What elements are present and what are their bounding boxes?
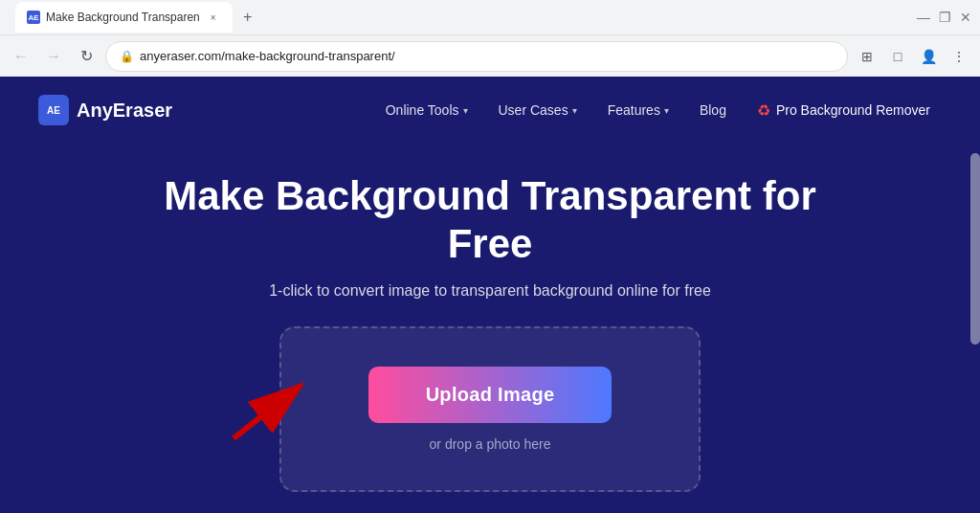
- minimize-button[interactable]: —: [917, 11, 930, 24]
- site-logo[interactable]: AE AnyEraser: [38, 95, 172, 125]
- site-nav-items: Online Tools ▾ User Cases ▾ Features ▾ B…: [374, 94, 942, 127]
- chevron-down-icon: ▾: [664, 105, 669, 116]
- hero-title: Make Background Transparent for Free: [155, 172, 825, 269]
- drop-photo-text: or drop a photo here: [430, 436, 551, 452]
- nav-user-cases[interactable]: User Cases ▾: [487, 95, 589, 125]
- close-window-button[interactable]: ✕: [959, 11, 972, 24]
- site-navigation: AE AnyEraser Online Tools ▾ User Cases ▾…: [0, 77, 980, 144]
- logo-icon: AE: [38, 95, 69, 125]
- tab-close-button[interactable]: ×: [206, 10, 221, 25]
- window-controls: — ❐ ✕: [917, 11, 972, 24]
- chevron-down-icon: ▾: [572, 105, 577, 116]
- hero-section: Make Background Transparent for Free 1-c…: [0, 144, 980, 511]
- hero-subtitle: 1-click to convert image to transparent …: [269, 282, 711, 300]
- svg-line-1: [234, 386, 301, 438]
- forward-button[interactable]: →: [40, 43, 67, 70]
- tab-favicon: AE: [27, 11, 40, 24]
- title-bar: AE Make Background Transparen × + — ❐ ✕: [0, 0, 980, 34]
- logo-text: AnyEraser: [77, 100, 172, 122]
- nav-features-label: Features: [608, 102, 660, 118]
- pro-icon: ♻: [757, 101, 770, 120]
- upload-box[interactable]: Upload Image or drop a photo here: [279, 326, 701, 492]
- address-bar[interactable]: 🔒 anyeraser.com/make-background-transpar…: [105, 41, 848, 72]
- refresh-button[interactable]: ↻: [73, 43, 100, 70]
- browser-chrome: AE Make Background Transparen × + — ❐ ✕ …: [0, 0, 980, 77]
- nav-features[interactable]: Features ▾: [596, 95, 680, 125]
- arrow-svg: [224, 371, 320, 448]
- bookmark-button[interactable]: □: [884, 43, 911, 70]
- nav-blog-label: Blog: [700, 102, 726, 118]
- nav-user-cases-label: User Cases: [499, 102, 568, 118]
- lock-icon: 🔒: [120, 50, 134, 63]
- page-content: AE AnyEraser Online Tools ▾ User Cases ▾…: [0, 77, 980, 513]
- maximize-button[interactable]: ❐: [938, 11, 951, 24]
- tab-title: Make Background Transparen: [46, 11, 200, 24]
- new-tab-button[interactable]: +: [234, 4, 261, 31]
- nav-actions: ⊞ □ 👤 ⋮: [854, 43, 972, 70]
- browser-nav-bar: ← → ↻ 🔒 anyeraser.com/make-background-tr…: [0, 34, 980, 77]
- back-button[interactable]: ←: [8, 43, 34, 70]
- menu-button[interactable]: ⋮: [946, 43, 972, 70]
- nav-pro-button[interactable]: ♻ Pro Background Remover: [746, 94, 942, 127]
- upload-image-button[interactable]: Upload Image: [368, 367, 612, 423]
- nav-blog[interactable]: Blog: [688, 95, 738, 125]
- address-text: anyeraser.com/make-background-transparen…: [140, 49, 395, 63]
- translate-button[interactable]: ⊞: [854, 43, 880, 70]
- arrow-pointer: [224, 371, 320, 452]
- scrollbar[interactable]: [970, 153, 980, 345]
- active-tab[interactable]: AE Make Background Transparen ×: [15, 2, 233, 33]
- nav-online-tools-label: Online Tools: [386, 102, 459, 118]
- nav-online-tools[interactable]: Online Tools ▾: [374, 95, 479, 125]
- chevron-down-icon: ▾: [463, 105, 468, 116]
- tab-bar: AE Make Background Transparen × +: [8, 2, 269, 33]
- profile-button[interactable]: 👤: [915, 43, 942, 70]
- nav-pro-label: Pro Background Remover: [776, 102, 930, 118]
